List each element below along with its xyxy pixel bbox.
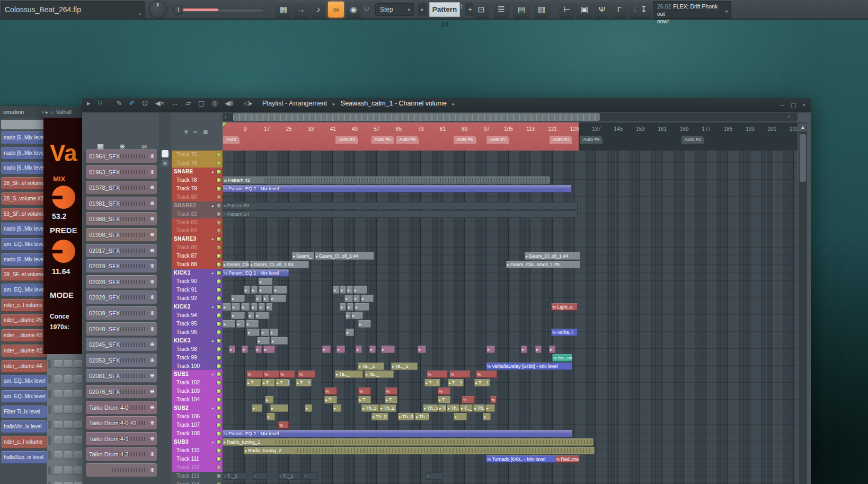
rack-scrollbar[interactable]: ▲ [159, 113, 171, 484]
track-row[interactable]: Track 80 [172, 193, 223, 201]
playlist-clip[interactable]: ▸ [229, 346, 235, 353]
track-led[interactable] [217, 381, 221, 385]
channel-sample[interactable]: 01964_SFX⋇ [86, 149, 157, 163]
playlist-grid-button[interactable]: ▦ [276, 2, 291, 17]
scroll-left-icon[interactable]: ‹ [225, 114, 226, 120]
playlist-clip[interactable]: ▸ [347, 303, 353, 311]
track-led[interactable] [217, 262, 221, 267]
playlist-clip[interactable]: ▸ [333, 286, 339, 294]
playlist-clip[interactable]: ▸ [483, 413, 491, 420]
playlist-vscroll-handle[interactable] [800, 134, 806, 182]
track-led[interactable] [217, 356, 221, 360]
knob-tool-button[interactable]: ◉ [346, 2, 361, 17]
strip-button[interactable] [74, 436, 83, 444]
playlist-clip[interactable]: ▸Radio_tuning_1 [223, 438, 594, 446]
minimize-button[interactable]: – [778, 101, 786, 109]
playlist-clip[interactable]: % [490, 396, 497, 403]
view-playlist-button[interactable]: ▤ [513, 2, 529, 17]
track-led[interactable] [217, 212, 221, 216]
playlist-clip[interactable]: ▸ [265, 396, 273, 403]
playlist-clip[interactable]: % [246, 371, 264, 378]
automation-marker[interactable]: Auto #2 [681, 136, 704, 144]
channel-sample[interactable]: 01978_SFX⋇ [86, 181, 157, 195]
strip-button[interactable] [64, 436, 73, 444]
track-row[interactable]: Track 92 [172, 294, 223, 303]
strip-button[interactable] [64, 390, 73, 398]
playlist-clip[interactable]: × [303, 472, 318, 480]
playlist-clip[interactable]: % [385, 388, 397, 395]
playlist-clip[interactable]: % [427, 371, 448, 378]
playlist-clip[interactable]: ▸ [273, 286, 287, 294]
track-led[interactable] [217, 364, 221, 368]
track-row[interactable]: Track 99 [172, 354, 223, 362]
pan-move-icon[interactable]: ⋇ [150, 325, 155, 332]
playlist-hscrollbar[interactable]: ‹ [223, 113, 798, 121]
playlist-clip[interactable]: % [278, 421, 289, 429]
strip-button[interactable] [74, 360, 83, 367]
track-led[interactable] [217, 339, 221, 343]
playlist-clip[interactable]: ▸ [267, 413, 275, 420]
playlist-clip[interactable]: ▸ [270, 404, 288, 412]
playlist-clip[interactable]: ▸ [236, 320, 245, 328]
song-mode-button[interactable]: ☰ [493, 2, 509, 17]
strip-button[interactable] [64, 482, 73, 484]
link-button-active[interactable]: ∞ [328, 2, 344, 17]
playlist-clip[interactable]: ▸ [247, 329, 260, 336]
strip-button[interactable] [54, 482, 63, 484]
grid-icon[interactable]: ▦ [203, 129, 208, 135]
playlist-clip[interactable]: ▸ [351, 312, 363, 319]
strip-button[interactable] [74, 375, 83, 383]
automation-clip-item[interactable]: nado [6..Mix leve [1, 162, 47, 174]
playlist-clip[interactable]: % [263, 371, 279, 378]
move-icon[interactable]: ⋇ [184, 129, 188, 135]
copy-button[interactable]: ▣ [577, 2, 592, 17]
track-led[interactable] [217, 279, 221, 284]
channel-sample[interactable]: 02081_SFX⋇ [86, 369, 157, 383]
track-row[interactable]: Track 106 [172, 412, 223, 421]
playlist-clip[interactable]: ▸ [418, 346, 426, 353]
track-row[interactable]: Track 102 [172, 379, 223, 387]
playlist-clip[interactable]: ▸ [266, 303, 272, 311]
pattern-spinner[interactable]: ▴▾ [460, 3, 463, 10]
strip-button[interactable] [64, 360, 73, 367]
strip-button[interactable] [74, 406, 83, 413]
playlist-clip[interactable]: %Param. EQ 2 - Mix level [223, 430, 572, 437]
automation-marker[interactable]: Auto #5 [371, 136, 394, 144]
playlist-clip[interactable]: ▸ [252, 404, 262, 412]
playlist-clip[interactable]: ▸T.._1 [276, 379, 290, 386]
track-row[interactable]: Track 100 [172, 362, 223, 371]
track-led[interactable] [217, 204, 221, 208]
playlist-clip[interactable]: %ValhallaDelay [64bit] - Mix level [486, 363, 572, 370]
playlist-clip[interactable]: ▸Th..2 [415, 413, 429, 420]
channel-sample[interactable]: 01963_SFX⋇ [86, 165, 157, 179]
playlist-clip[interactable]: ▸ [454, 413, 467, 420]
track-row[interactable]: Track 82 [172, 210, 223, 218]
playlist-clip[interactable]: ▸T.._1 [438, 396, 450, 403]
playlist-clip[interactable]: ×T.._2 [223, 472, 247, 480]
pan-move-icon[interactable]: ⋇ [150, 184, 155, 191]
browser-tree-button[interactable]: ⊢ [559, 2, 575, 17]
track-group-header[interactable]: KICK2▴ [172, 303, 223, 311]
slide-note-button[interactable]: ♪ [311, 2, 326, 17]
playlist-clip[interactable]: %Param. EQ 2 - Mix level [223, 269, 289, 277]
track-group-header[interactable]: SUB2▴ [172, 404, 223, 412]
strip-button[interactable] [54, 467, 63, 474]
playlist-clip[interactable]: ▸ [259, 278, 272, 285]
playlist-clip[interactable]: ▸ [549, 346, 555, 353]
pan-move-icon[interactable]: ⋇ [150, 451, 155, 457]
pan-move-icon[interactable]: ⋇ [150, 435, 155, 442]
playlist-clip[interactable]: %Valha..l [551, 329, 578, 336]
automation-marker[interactable]: Auto #6 [454, 136, 476, 144]
pan-move-icon[interactable]: ⋇ [150, 215, 155, 222]
playlist-clip[interactable]: ▸ [361, 295, 374, 302]
channel-sample[interactable]: 02045_SFX⋇ [86, 338, 157, 351]
playlist-clip[interactable]: ▸ [305, 404, 312, 412]
playlist-clip[interactable]: ▸Gears_Clic..smoll_1 #5 [506, 261, 580, 268]
strip-button[interactable] [74, 467, 83, 474]
playlist-clip[interactable]: ▸T.._1 [324, 396, 337, 403]
track-led[interactable] [217, 288, 221, 292]
track-row[interactable]: Track 98 [172, 345, 223, 354]
channel-sample[interactable]: ⋇ [86, 463, 157, 477]
playlist-clip[interactable]: ▸ [485, 404, 495, 412]
playlist-clip[interactable]: ▸ [346, 329, 354, 336]
